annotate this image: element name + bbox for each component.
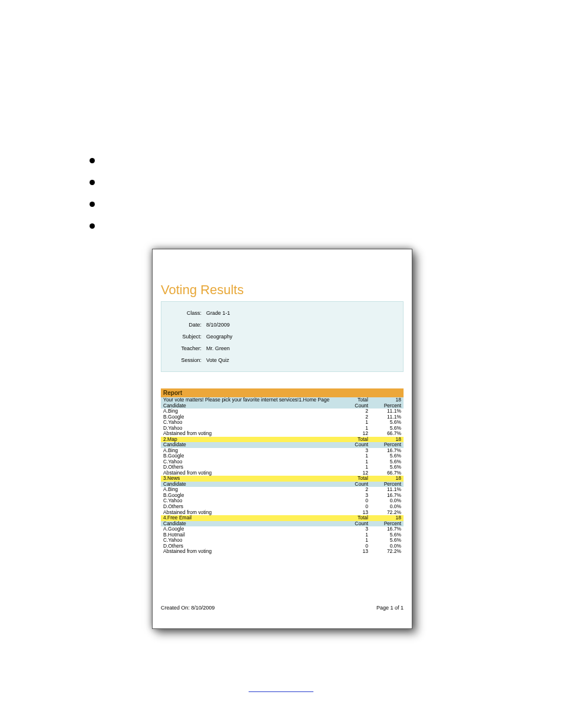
report-body: Voting Results Class: Grade 1-1 Date: 8/… [161,258,404,620]
cell: 72.2% [368,549,401,555]
cell: 3 [338,493,368,499]
cell: A.Bing [163,409,338,414]
label: Teacher: [168,345,206,351]
cell: Candidate [163,482,338,487]
document-page: Voting Results Class: Grade 1-1 Date: 8/… [0,0,562,728]
label: Date: [168,322,206,328]
info-row-subject: Subject: Geography [168,334,396,340]
cell: C.Yahoo [163,459,338,465]
cell: 2.Map [163,437,338,443]
info-row-session: Session: Vote Quiz [168,357,396,363]
cell: A.Bing [163,487,338,493]
cell: Candidate [163,521,338,527]
cell: 3.News [163,476,338,482]
cell: Abstained from voting [163,549,338,555]
bullet-icon [90,223,95,229]
cell: 13 [338,549,368,555]
bullet-icon [90,202,95,207]
report-table: Report Your vote matters! Please pick yo… [161,388,404,555]
cell: Candidate [163,442,338,448]
report-footer: Created On: 8/10/2009 Page 1 of 1 [161,605,404,611]
cell: Count [338,403,368,409]
report-title: Voting Results [161,282,404,298]
info-row-teacher: Teacher: Mr. Green [168,345,396,351]
cell: 2 [338,409,368,414]
value: Grade 1-1 [206,310,230,316]
cell: 3 [338,526,368,532]
cell: C.Yahoo [163,538,338,543]
cell: C.Yahoo [163,498,338,504]
cell: 0 [338,498,368,504]
value: 8/10/2009 [206,322,230,328]
value: Mr. Green [206,345,230,351]
info-row-class: Class: Grade 1-1 [168,310,396,316]
bullet-icon [90,180,95,185]
value: Geography [206,334,233,340]
cell: 4.Free Email [163,515,338,521]
value: Vote Quiz [206,357,229,363]
label: Subject: [168,334,206,340]
footer-link[interactable] [0,684,562,694]
link-underline-icon [249,691,313,692]
cell: Abstained from voting [163,470,338,476]
cell: 1 [338,459,368,465]
page-number: Page 1 of 1 [376,605,404,611]
cell: B.Hotmail [163,532,338,538]
label: Class: [168,310,206,316]
cell: 1 [338,420,368,426]
cell: Count [338,521,368,527]
cell: B.Google [163,453,338,459]
cell: A.Google [163,526,338,532]
label: Session: [168,357,206,363]
cell: 1 [338,532,368,538]
cell: 2 [338,414,368,420]
bullet-list [90,158,95,245]
cell: 1 [338,538,368,543]
table-row: Abstained from voting1372.2% [161,549,404,555]
cell: A.Bing [163,448,338,454]
info-row-date: Date: 8/10/2009 [168,322,396,328]
created-on: Created On: 8/10/2009 [161,605,215,611]
cell: Your vote matters! Please pick your favo… [163,397,338,403]
cell: B.Google [163,414,338,420]
cell: 2 [338,487,368,493]
cell: 1 [338,453,368,459]
cell: Count [338,482,368,487]
cell: 3 [338,448,368,454]
report-screenshot: Voting Results Class: Grade 1-1 Date: 8/… [152,249,412,629]
cell: Abstained from voting [163,431,338,437]
info-box: Class: Grade 1-1 Date: 8/10/2009 Subject… [161,301,404,372]
cell: Candidate [163,403,338,409]
cell: B.Google [163,493,338,499]
cell: C.Yahoo [163,420,338,426]
report-header: Report [161,388,404,397]
cell: Count [338,442,368,448]
bullet-icon [90,158,95,163]
